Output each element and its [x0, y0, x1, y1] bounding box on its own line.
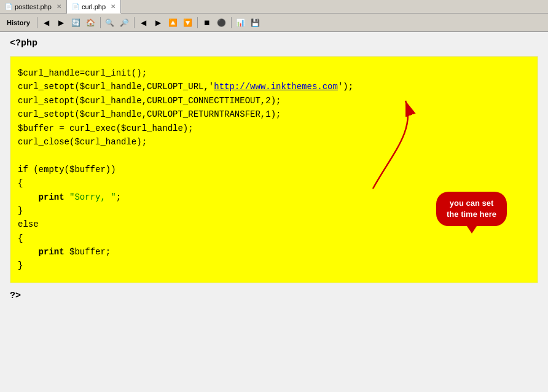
toolbar-separator-3: [134, 17, 135, 28]
history-button[interactable]: History: [2, 16, 34, 29]
url-link[interactable]: http://www.inkthemes.com: [214, 82, 338, 92]
php-close-tag: ?>: [10, 291, 538, 301]
nav-up-button[interactable]: 🔼: [166, 16, 180, 29]
home-icon-btn[interactable]: 🏠: [84, 16, 98, 29]
chart-button[interactable]: 📊: [234, 16, 248, 29]
zoom-in-button[interactable]: 🔍: [103, 16, 117, 29]
tab-posttest[interactable]: 📄 posttest.php ✕: [0, 0, 67, 13]
code-line-13: print $buffer;: [18, 245, 530, 259]
code-line-3: curl_setopt($curl_handle,CURLOPT_CONNECT…: [18, 94, 530, 108]
forward-button[interactable]: ▶: [55, 16, 68, 29]
back-button[interactable]: ◀: [40, 16, 53, 29]
code-line-7: if (empty($buffer)): [18, 163, 530, 176]
code-line-6: curl_close($curl_handle);: [18, 135, 530, 149]
tab-close-posttest[interactable]: ✕: [57, 3, 61, 10]
php-open-tag: <?php: [10, 38, 538, 49]
code-line-8: {: [18, 176, 530, 190]
reload-icon-btn[interactable]: 🔄: [69, 16, 83, 29]
file-icon-curl: 📄: [72, 3, 79, 10]
code-line-5: $buffer = curl_exec($curl_handle);: [18, 122, 530, 135]
code-line-14: }: [18, 259, 530, 272]
toolbar-separator-2: [100, 17, 101, 28]
code-line-12: {: [18, 232, 530, 245]
nav-next-button[interactable]: ▶: [152, 16, 165, 29]
toolbar-separator-1: [37, 17, 37, 28]
tab-label-posttest: posttest.php: [15, 3, 52, 10]
file-icon: 📄: [5, 3, 12, 10]
stop-button[interactable]: ⏹: [200, 16, 214, 29]
code-line-9: print "Sorry, ";: [18, 190, 530, 204]
toolbar: History ◀ ▶ 🔄 🏠 🔍 🔎 ◀ ▶ 🔼 🔽 ⏹ ⚫ 📊 💾: [0, 14, 548, 32]
code-line-2: curl_setopt($curl_handle,CURLOPT_URL,'ht…: [18, 80, 530, 93]
tab-close-curlphp[interactable]: ✕: [111, 3, 115, 10]
record-button[interactable]: ⚫: [215, 16, 229, 29]
toolbar-separator-4: [197, 17, 198, 28]
zoom-out-button[interactable]: 🔎: [118, 16, 131, 29]
main-content: <?php $curl_handle=curl_init(); curl_set…: [0, 32, 548, 392]
code-line-10: }: [18, 204, 530, 218]
code-line-1: $curl_handle=curl_init();: [18, 66, 530, 80]
tab-curlphp[interactable]: 📄 curl.php ✕: [67, 0, 121, 14]
nav-prev-button[interactable]: ◀: [137, 16, 151, 29]
toolbar-separator-5: [231, 17, 232, 28]
code-line-blank-1: [18, 149, 530, 162]
save-button[interactable]: 💾: [249, 16, 262, 29]
code-line-11: else: [18, 218, 530, 231]
nav-down-button[interactable]: 🔽: [181, 16, 195, 29]
code-line-4: curl_setopt($curl_handle,CURLOPT_RETURNT…: [18, 108, 530, 121]
tab-label-curlphp: curl.php: [82, 3, 106, 10]
code-block: $curl_handle=curl_init(); curl_setopt($c…: [10, 56, 538, 283]
tab-bar: 📄 posttest.php ✕ 📄 curl.php ✕: [0, 0, 548, 14]
